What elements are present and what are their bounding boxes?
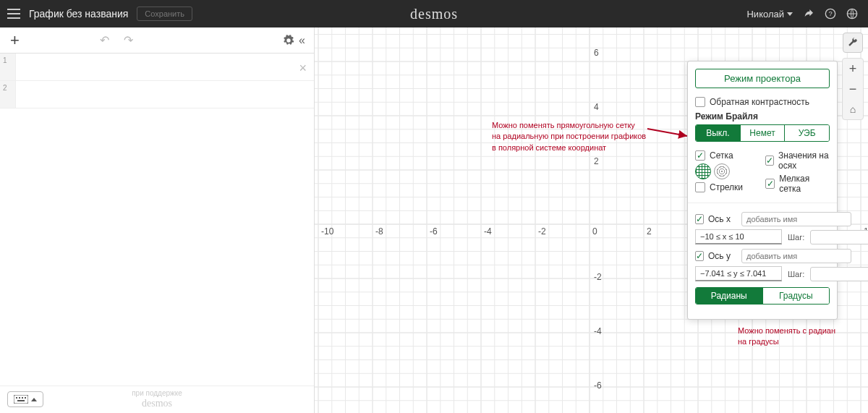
y-axis-checkbox[interactable] xyxy=(695,251,704,261)
svg-rect-5 xyxy=(19,397,20,399)
svg-text:0: 0 xyxy=(592,226,597,237)
collapse-panel-button[interactable]: « xyxy=(294,34,310,47)
expression-list: 1 × 2 xyxy=(0,54,314,386)
expression-index: 2 xyxy=(0,81,16,108)
axis-numbers-label: Значения на осях xyxy=(778,150,830,171)
reverse-contrast-label: Обратная контрастность xyxy=(710,97,809,107)
svg-rect-4 xyxy=(16,397,17,399)
radians-button[interactable]: Радианы xyxy=(696,288,762,304)
y-axis-label: Ось y xyxy=(708,251,737,261)
powered-by: при поддержке desmos xyxy=(132,389,182,410)
share-icon[interactable] xyxy=(803,8,814,20)
graph-area[interactable]: -10-8-6-4-20210642-2-4-6 Можно поменять … xyxy=(315,27,868,413)
grid-checkbox[interactable] xyxy=(695,150,705,161)
y-range-display[interactable]: −7.041 ≤ y ≤ 7.041 xyxy=(695,266,782,281)
x-step-input[interactable] xyxy=(810,230,868,244)
close-icon[interactable]: × xyxy=(299,61,307,76)
brand-logo: desmos xyxy=(410,6,458,22)
zoom-home-button[interactable]: ⌂ xyxy=(843,99,863,119)
svg-text:2: 2 xyxy=(594,156,599,166)
axis-numbers-checkbox[interactable] xyxy=(765,156,774,166)
grid-label: Сетка xyxy=(710,150,733,161)
keyboard-button[interactable] xyxy=(7,391,43,407)
arrows-checkbox[interactable] xyxy=(695,182,705,192)
undo-button[interactable]: ↶ xyxy=(100,33,109,47)
braille-segmented: Выкл. Немет УЭБ xyxy=(695,124,830,142)
expression-toolbar: + ↶ ↷ « xyxy=(0,27,314,54)
x-range-display[interactable]: −10 ≤ x ≤ 10 xyxy=(695,229,782,244)
svg-text:-6: -6 xyxy=(594,380,602,391)
zoom-controls: + − ⌂ xyxy=(842,58,864,120)
braille-nemeth-button[interactable]: Немет xyxy=(740,125,785,141)
chevron-down-icon xyxy=(787,12,793,16)
braille-title: Режим Брайля xyxy=(695,111,830,122)
graph-settings-popup: Режим проектора Обратная контрастность Р… xyxy=(687,61,838,320)
wrench-icon xyxy=(848,38,858,48)
svg-text:-10: -10 xyxy=(321,226,334,237)
braille-off-button[interactable]: Выкл. xyxy=(696,125,740,141)
svg-text:-2: -2 xyxy=(538,226,546,237)
svg-rect-3 xyxy=(14,395,28,404)
reverse-contrast-checkbox[interactable] xyxy=(695,97,705,107)
expression-row[interactable]: 1 × xyxy=(0,54,314,81)
expression-row[interactable]: 2 xyxy=(0,81,314,108)
rectangular-grid-button[interactable] xyxy=(695,163,711,179)
svg-rect-8 xyxy=(17,400,25,401)
minor-grid-checkbox[interactable] xyxy=(765,179,775,189)
zoom-in-button[interactable]: + xyxy=(843,59,863,79)
graph-title[interactable]: График без названия xyxy=(29,8,128,20)
x-axis-label: Ось x xyxy=(708,214,737,224)
x-step-label: Шаг: xyxy=(788,233,804,242)
chevron-up-icon xyxy=(31,398,37,401)
angle-unit-segmented: Радианы Градусы xyxy=(695,287,830,305)
redo-button[interactable]: ↷ xyxy=(124,33,133,47)
expression-index: 1 xyxy=(0,54,16,80)
x-axis-checkbox[interactable] xyxy=(695,214,704,224)
svg-text:-2: -2 xyxy=(594,272,602,282)
add-expression-button[interactable]: + xyxy=(4,31,25,50)
y-step-label: Шаг: xyxy=(788,270,804,278)
minor-grid-label: Мелкая сетка xyxy=(779,174,830,194)
app-header: График без названия Сохранить desmos Ник… xyxy=(0,0,868,27)
polar-grid-button[interactable] xyxy=(714,163,730,179)
language-icon[interactable] xyxy=(846,8,858,20)
expression-panel: + ↶ ↷ « 1 × 2 при поддержке xyxy=(0,27,315,413)
settings-button[interactable] xyxy=(843,33,863,53)
svg-text:4: 4 xyxy=(594,102,599,112)
gear-icon[interactable] xyxy=(283,35,294,46)
arrows-label: Стрелки xyxy=(710,182,743,192)
svg-text:-6: -6 xyxy=(430,226,438,237)
braille-ueb-button[interactable]: УЭБ xyxy=(784,125,829,141)
svg-text:2: 2 xyxy=(647,226,652,237)
svg-text:6: 6 xyxy=(594,48,599,58)
svg-rect-7 xyxy=(25,397,26,399)
svg-text:-8: -8 xyxy=(375,226,383,237)
save-button[interactable]: Сохранить xyxy=(137,7,192,21)
menu-icon[interactable] xyxy=(7,9,20,19)
y-axis-name-input[interactable] xyxy=(741,249,851,263)
svg-text:-4: -4 xyxy=(484,226,492,237)
zoom-out-button[interactable]: − xyxy=(843,79,863,99)
degrees-button[interactable]: Градусы xyxy=(762,288,830,304)
svg-text:?: ? xyxy=(828,10,832,17)
help-icon[interactable]: ? xyxy=(825,8,836,20)
svg-line-129 xyxy=(647,129,687,136)
svg-text:-4: -4 xyxy=(594,326,602,336)
keyboard-icon xyxy=(14,395,28,404)
projector-mode-button[interactable]: Режим проектора xyxy=(695,69,830,88)
svg-rect-6 xyxy=(22,397,23,399)
x-axis-name-input[interactable] xyxy=(741,212,851,226)
user-menu[interactable]: Николай xyxy=(746,9,793,20)
y-step-input[interactable] xyxy=(810,267,868,281)
user-name: Николай xyxy=(746,9,784,20)
